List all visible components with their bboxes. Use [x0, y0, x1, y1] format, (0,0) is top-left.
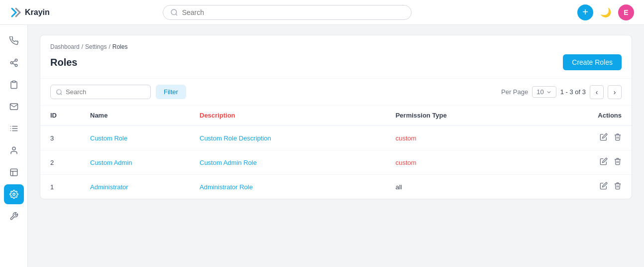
col-name: Name — [80, 106, 190, 126]
cell-permission-type: custom — [386, 126, 538, 150]
table-search-bar[interactable] — [50, 85, 151, 99]
table-search-input[interactable] — [66, 88, 145, 96]
logo: Krayin — [10, 6, 80, 18]
main-content: Dashboard / Settings / Roles Roles Creat… — [28, 25, 644, 267]
cell-description[interactable]: Custom Role Description — [190, 126, 386, 150]
col-permission-type: Permission Type — [386, 106, 538, 126]
breadcrumb-sep-1: / — [82, 43, 83, 50]
sidebar — [0, 25, 28, 267]
cell-name[interactable]: Administrator — [80, 175, 190, 199]
search-icon — [56, 89, 63, 96]
breadcrumb-roles: Roles — [112, 43, 128, 50]
dark-mode-toggle[interactable]: 🌙 — [600, 7, 611, 18]
sidebar-item-emails[interactable] — [4, 97, 24, 117]
clipboard-icon — [9, 80, 18, 89]
svg-line-6 — [12, 61, 15, 62]
sidebar-item-persons[interactable] — [4, 140, 24, 160]
cell-id: 1 — [40, 175, 80, 199]
per-page-label: Per Page — [501, 88, 528, 96]
cell-name[interactable]: Custom Role — [80, 126, 190, 150]
cell-permission-type: custom — [386, 150, 538, 175]
global-search-bar[interactable] — [163, 5, 412, 20]
table-row: 3 Custom Role Custom Role Description cu… — [40, 126, 632, 150]
cell-description[interactable]: Custom Admin Role — [190, 150, 386, 175]
edit-icon[interactable] — [600, 133, 608, 143]
filter-button[interactable]: Filter — [156, 85, 186, 99]
edit-icon[interactable] — [600, 157, 608, 167]
breadcrumb-settings[interactable]: Settings — [85, 43, 107, 50]
page-title: Roles — [50, 57, 77, 68]
create-roles-button[interactable]: Create Roles — [563, 54, 622, 70]
breadcrumb-area: Dashboard / Settings / Roles — [40, 35, 632, 50]
breadcrumb: Dashboard / Settings / Roles — [50, 43, 622, 50]
col-id: ID — [40, 106, 80, 126]
svg-point-0 — [171, 9, 177, 15]
cell-actions — [538, 150, 632, 175]
layout: Dashboard / Settings / Roles Roles Creat… — [0, 25, 644, 267]
table-row: 2 Custom Admin Custom Admin Role custom — [40, 150, 632, 175]
roles-table: ID Name Description Permission Type Acti… — [40, 105, 632, 199]
cell-description[interactable]: Administrator Role — [190, 175, 386, 199]
delete-icon[interactable] — [614, 133, 622, 143]
delete-icon[interactable] — [614, 182, 622, 192]
col-actions: Actions — [538, 106, 632, 126]
sidebar-item-organizations[interactable] — [4, 162, 24, 182]
list-icon — [9, 124, 18, 133]
svg-point-14 — [12, 147, 15, 150]
mail-icon — [9, 102, 18, 111]
pagination-info: 1 - 3 of 3 — [560, 88, 586, 96]
cell-permission-type: all — [386, 175, 538, 199]
svg-rect-7 — [12, 81, 15, 83]
svg-line-1 — [176, 14, 177, 15]
avatar[interactable]: E — [618, 4, 634, 20]
person-icon — [9, 146, 18, 155]
svg-point-16 — [12, 193, 15, 196]
global-search-input[interactable] — [182, 8, 404, 16]
sidebar-item-tools[interactable] — [4, 206, 24, 226]
phone-icon — [9, 36, 18, 45]
svg-line-18 — [61, 93, 62, 95]
sidebar-item-calls[interactable] — [4, 31, 24, 51]
per-page-area: Per Page 10 1 - 3 of 3 ‹ › — [501, 85, 622, 99]
page-header: Roles Create Roles — [40, 50, 632, 78]
cell-name[interactable]: Custom Admin — [80, 150, 190, 175]
per-page-select[interactable]: 10 — [532, 86, 556, 98]
topbar: Krayin + 🌙 E — [0, 0, 644, 25]
logo-icon — [10, 6, 22, 18]
sidebar-item-settings[interactable] — [4, 184, 24, 204]
breadcrumb-dashboard[interactable]: Dashboard — [50, 43, 80, 50]
app-name: Krayin — [25, 8, 50, 17]
delete-icon[interactable] — [614, 157, 622, 167]
sidebar-item-activities[interactable] — [4, 119, 24, 138]
table-row: 1 Administrator Administrator Role all — [40, 175, 632, 199]
edit-icon[interactable] — [600, 182, 608, 192]
svg-line-5 — [12, 63, 15, 65]
per-page-value: 10 — [537, 88, 543, 96]
cell-id: 3 — [40, 126, 80, 150]
table-toolbar: Filter Per Page 10 1 - 3 of 3 ‹ › — [40, 78, 632, 105]
settings-icon — [9, 190, 18, 199]
svg-point-17 — [57, 89, 61, 94]
pagination-prev-button[interactable]: ‹ — [590, 85, 604, 99]
sidebar-item-tasks[interactable] — [4, 75, 24, 95]
pagination-next-button[interactable]: › — [608, 85, 622, 99]
cell-actions — [538, 126, 632, 150]
share-icon — [9, 58, 18, 67]
building-icon — [9, 168, 18, 177]
cell-id: 2 — [40, 150, 80, 175]
svg-rect-15 — [10, 169, 17, 176]
search-icon — [170, 8, 178, 16]
cell-actions — [538, 175, 632, 199]
add-button[interactable]: + — [577, 4, 593, 20]
breadcrumb-sep-2: / — [108, 43, 110, 50]
content-panel: Dashboard / Settings / Roles Roles Creat… — [40, 35, 632, 199]
chevron-down-icon — [546, 89, 552, 95]
col-description: Description — [190, 106, 386, 126]
sidebar-item-contacts[interactable] — [4, 53, 24, 73]
topbar-actions: + 🌙 E — [577, 4, 634, 20]
wrench-icon — [9, 212, 18, 221]
